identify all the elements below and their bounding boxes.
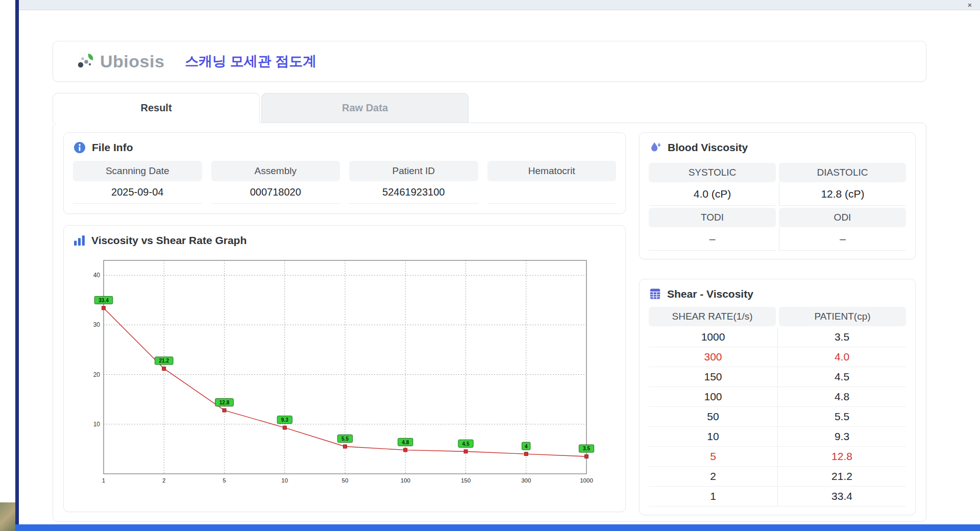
window-titlebar: × [19, 0, 980, 10]
svg-text:30: 30 [93, 321, 101, 328]
table-cell-patient: 5.5 [777, 407, 906, 427]
file-field: Assembly000718020 [211, 161, 340, 204]
table-row: 512.8 [649, 447, 906, 467]
bv-header-cell: ODI [779, 208, 906, 227]
field-value [487, 181, 617, 204]
info-icon [73, 141, 86, 154]
table-cell-patient: 3.5 [777, 327, 906, 347]
shear-table: SHEAR RATE(1/s)PATIENT(cp)10003.53004.01… [649, 307, 906, 506]
table-header-row: SHEAR RATE(1/s)PATIENT(cp) [649, 307, 906, 326]
table-cell-shear: 1 [649, 487, 777, 506]
svg-text:1: 1 [102, 477, 105, 484]
table-cell-patient: 12.8 [777, 447, 906, 467]
svg-text:4.5: 4.5 [462, 441, 470, 447]
field-value: 52461923100 [349, 181, 478, 204]
table-cell-shear: 10 [649, 427, 777, 447]
svg-text:5.5: 5.5 [341, 436, 349, 442]
svg-text:3.5: 3.5 [583, 446, 590, 451]
table-cell-shear: 150 [649, 367, 777, 387]
brand-name: Ubiosis [100, 52, 164, 71]
bv-value-cell: – [779, 227, 906, 251]
table-cell-shear: 1000 [649, 327, 777, 347]
svg-text:150: 150 [461, 477, 471, 484]
close-icon[interactable]: × [964, 0, 976, 10]
window-bottom-bar [15, 524, 980, 531]
svg-text:4.8: 4.8 [402, 440, 409, 445]
tab-result[interactable]: Result [53, 93, 260, 123]
graph-title: Viscosity vs Shear Rate Graph [91, 234, 247, 247]
svg-text:20: 20 [93, 371, 101, 378]
table-row: 1504.5 [649, 367, 906, 387]
svg-text:100: 100 [401, 477, 410, 484]
desktop-wallpaper-sliver [0, 502, 15, 531]
svg-text:2: 2 [162, 477, 165, 484]
field-value: 2025-09-04 [73, 181, 202, 204]
page-title: 스캐닝 모세관 점도계 [185, 52, 316, 70]
file-info-title: File Info [92, 141, 133, 154]
bv-header-cell: SYSTOLIC [649, 163, 776, 182]
table-cell-patient: 9.3 [777, 427, 906, 447]
bv-header-cell: DIASTOLIC [779, 163, 906, 182]
field-label: Scanning Date [73, 161, 202, 181]
file-field: Patient ID52461923100 [349, 161, 478, 204]
svg-text:300: 300 [521, 477, 531, 484]
table-cell-shear: 5 [649, 447, 777, 467]
table-header-cell: PATIENT(cp) [779, 307, 906, 326]
svg-text:1000: 1000 [580, 477, 593, 484]
table-row: 133.4 [649, 487, 906, 506]
table-cell-patient: 4.8 [777, 387, 906, 407]
file-info-fields: Scanning Date2025-09-04Assembly000718020… [73, 161, 616, 204]
svg-text:40: 40 [93, 272, 101, 279]
svg-text:5: 5 [223, 477, 226, 484]
table-row: 1004.8 [649, 387, 906, 407]
table-row: 3004.0 [649, 347, 906, 367]
bv-header-cell: TODI [649, 208, 776, 227]
table-cell-patient: 33.4 [777, 487, 906, 506]
field-label: Patient ID [349, 161, 478, 181]
brand-logo: Ubiosis [76, 51, 164, 72]
bv-value-cell: 4.0 (cP) [649, 182, 776, 206]
svg-text:4: 4 [525, 444, 528, 449]
blood-viscosity-grid: SYSTOLICDIASTOLIC4.0 (cP)12.8 (cP)TODIOD… [649, 161, 906, 251]
table-cell-shear: 100 [649, 387, 777, 407]
svg-text:10: 10 [93, 421, 101, 428]
table-cell-patient: 4.0 [777, 347, 906, 367]
blood-viscosity-card: Blood Viscosity SYSTOLICDIASTOLIC4.0 (cP… [639, 132, 916, 259]
table-row: 10003.5 [649, 327, 906, 347]
shear-viscosity-card: Shear - Viscosity SHEAR RATE(1/s)PATIENT… [639, 279, 916, 515]
table-row: 221.2 [649, 467, 906, 487]
table-grid-icon [649, 287, 662, 300]
ubiosis-logo-icon [76, 51, 97, 72]
svg-text:33.4: 33.4 [99, 298, 109, 303]
bv-value-cell: – [649, 227, 776, 251]
table-cell-patient: 21.2 [777, 467, 906, 487]
svg-text:12.8: 12.8 [219, 400, 230, 405]
field-label: Hematocrit [487, 161, 617, 181]
svg-text:10: 10 [281, 477, 288, 484]
bv-value-cell: 12.8 (cP) [779, 182, 906, 206]
field-value: 000718020 [211, 181, 340, 204]
app-window: Ubiosis 스캐닝 모세관 점도계 ResultRaw Data File … [19, 10, 980, 524]
file-field: Scanning Date2025-09-04 [73, 161, 202, 204]
graph-card: Viscosity vs Shear Rate Graph 1020304012… [63, 225, 626, 512]
table-header-cell: SHEAR RATE(1/s) [649, 307, 776, 326]
tab-raw-data[interactable]: Raw Data [261, 93, 469, 123]
tabs: ResultRaw Data [53, 93, 926, 123]
shear-viscosity-title: Shear - Viscosity [667, 288, 753, 300]
droplet-icon [649, 141, 662, 154]
table-row: 109.3 [649, 427, 906, 447]
viscosity-chart: 102030401251050100150300100033.421.212.8… [80, 253, 596, 489]
result-panel: File Info Scanning Date2025-09-04Assembl… [53, 123, 926, 522]
table-cell-shear: 300 [649, 347, 777, 367]
file-field: Hematocrit [487, 161, 617, 204]
table-cell-patient: 4.5 [777, 367, 906, 387]
window-left-edge [15, 0, 19, 531]
app-header: Ubiosis 스캐닝 모세관 점도계 [53, 41, 926, 82]
file-info-card: File Info Scanning Date2025-09-04Assembl… [63, 132, 626, 214]
svg-text:50: 50 [342, 477, 349, 484]
bar-chart-icon [73, 234, 86, 247]
table-row: 505.5 [649, 407, 906, 427]
svg-text:9.3: 9.3 [281, 417, 288, 423]
table-cell-shear: 50 [649, 407, 777, 427]
field-label: Assembly [211, 161, 340, 181]
